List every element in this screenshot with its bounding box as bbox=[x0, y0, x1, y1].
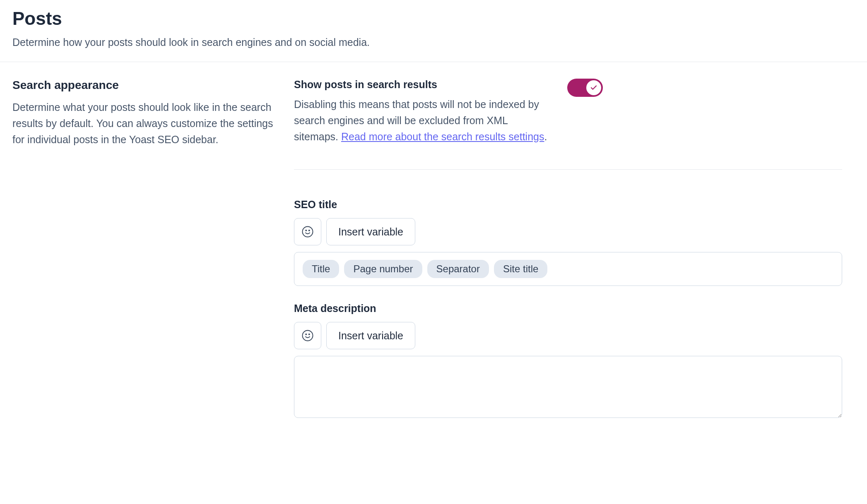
divider bbox=[294, 169, 842, 170]
smile-icon bbox=[301, 226, 314, 238]
check-icon bbox=[590, 84, 597, 91]
svg-point-5 bbox=[309, 334, 310, 335]
field-label-meta-description: Meta description bbox=[294, 302, 842, 314]
seo-title-input[interactable]: Title Page number Separator Site title bbox=[294, 252, 842, 286]
toggle-label-show-posts: Show posts in search results bbox=[294, 79, 551, 91]
toggle-description-suffix: . bbox=[544, 131, 547, 142]
toggle-knob bbox=[586, 80, 601, 95]
svg-point-4 bbox=[306, 334, 306, 335]
toggle-description: Disabling this means that posts will not… bbox=[294, 96, 551, 144]
section-description-search-appearance: Determine what your posts should look li… bbox=[12, 99, 277, 147]
section-title-search-appearance: Search appearance bbox=[12, 79, 277, 92]
insert-variable-button-meta-description[interactable]: Insert variable bbox=[326, 322, 415, 349]
svg-point-3 bbox=[303, 331, 313, 341]
svg-point-1 bbox=[306, 230, 306, 231]
svg-point-0 bbox=[303, 227, 313, 237]
emoji-picker-button-meta-description[interactable] bbox=[294, 322, 321, 349]
smile-icon bbox=[301, 329, 314, 342]
variable-tag-site-title[interactable]: Site title bbox=[494, 260, 547, 278]
read-more-link[interactable]: Read more about the search results setti… bbox=[341, 131, 544, 142]
insert-variable-button-seo-title[interactable]: Insert variable bbox=[326, 218, 415, 245]
field-label-seo-title: SEO title bbox=[294, 199, 842, 211]
emoji-picker-button-seo-title[interactable] bbox=[294, 218, 321, 245]
page-subtitle: Determine how your posts should look in … bbox=[12, 36, 855, 48]
variable-tag-page-number[interactable]: Page number bbox=[344, 260, 422, 278]
variable-tag-separator[interactable]: Separator bbox=[427, 260, 489, 278]
page-title: Posts bbox=[12, 8, 855, 29]
variable-tag-title[interactable]: Title bbox=[303, 260, 339, 278]
toggle-show-posts[interactable] bbox=[567, 79, 603, 97]
meta-description-input[interactable] bbox=[294, 356, 842, 418]
svg-point-2 bbox=[309, 230, 310, 231]
